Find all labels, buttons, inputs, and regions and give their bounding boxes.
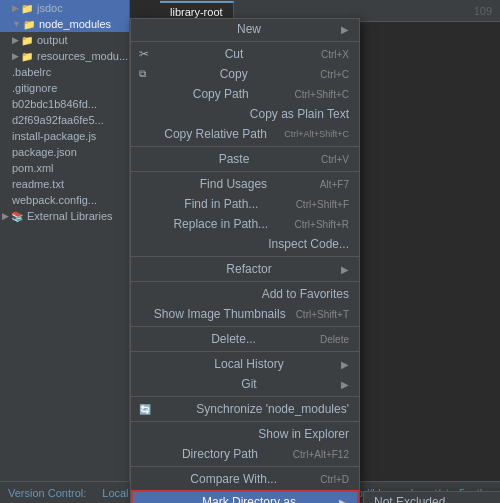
sidebar-item-label: .babelrc (12, 66, 51, 78)
menu-item-label: Compare With... (190, 472, 277, 486)
menu-item-copy[interactable]: ⧉ Copy Ctrl+C (131, 64, 359, 84)
submenu-arrow-icon: ▶ (339, 497, 347, 504)
menu-item-replace-in-path[interactable]: Replace in Path... Ctrl+Shift+R (131, 214, 359, 234)
sidebar-item-package-json[interactable]: package.json (0, 144, 129, 160)
menu-item-paste[interactable]: Paste Ctrl+V (131, 149, 359, 169)
sidebar-item-label: b02bdc1b846fd... (12, 98, 97, 110)
shortcut-label: Ctrl+C (320, 69, 349, 80)
menu-separator (131, 396, 359, 397)
shortcut-label: Ctrl+Shift+C (295, 89, 349, 100)
menu-item-label: Replace in Path... (173, 217, 268, 231)
menu-item-copy-path[interactable]: Copy Path Ctrl+Shift+C (131, 84, 359, 104)
sidebar-item-d2f69[interactable]: d2f69a92faa6fe5... (0, 112, 129, 128)
submenu-item-label: Not Excluded (374, 495, 445, 503)
menu-separator (131, 41, 359, 42)
menu-item-label: Add to Favorites (262, 287, 349, 301)
menu-item-find-usages[interactable]: Find Usages Alt+F7 (131, 174, 359, 194)
menu-item-label: Mark Directory as (202, 495, 296, 503)
menu-item-label: Delete... (211, 332, 256, 346)
context-menu: New ▶ ✂ Cut Ctrl+X ⧉ Copy Ctrl+C Copy Pa… (130, 18, 360, 503)
menu-item-inspect-code[interactable]: Inspect Code... (131, 234, 359, 254)
sidebar-item-label: resources_modu... (37, 50, 128, 62)
sidebar-item-pom-xml[interactable]: pom.xml (0, 160, 129, 176)
shortcut-label: Ctrl+Alt+F12 (293, 449, 349, 460)
shortcut-label: Ctrl+Alt+Shift+C (284, 129, 349, 139)
tab-line-number: 109 (474, 5, 492, 17)
sidebar-item-external-libraries[interactable]: ▶ 📚 External Libraries (0, 208, 129, 224)
folder-icon: 📁 (23, 19, 35, 30)
menu-separator (131, 466, 359, 467)
menu-item-show-thumbnails[interactable]: Show Image Thumbnails Ctrl+Shift+T (131, 304, 359, 324)
sidebar-item-label: .gitignore (12, 82, 57, 94)
sidebar-item-b02bdc[interactable]: b02bdc1b846fd... (0, 96, 129, 112)
arrow-icon: ▶ (2, 211, 9, 221)
menu-item-label: Inspect Code... (268, 237, 349, 251)
menu-item-label: Paste (219, 152, 250, 166)
arrow-icon: ▶ (12, 51, 19, 61)
shortcut-label: Ctrl+X (321, 49, 349, 60)
menu-item-label: Copy Relative Path (164, 127, 267, 141)
menu-item-compare-with[interactable]: Compare With... Ctrl+D (131, 469, 359, 489)
menu-separator (131, 256, 359, 257)
sidebar-item-output[interactable]: ▶ 📁 output (0, 32, 129, 48)
menu-item-label: Show in Explorer (258, 427, 349, 441)
sidebar-item-gitignore[interactable]: .gitignore (0, 80, 129, 96)
sidebar-item-jsdoc[interactable]: ▶ 📁 jsdoc (0, 0, 129, 16)
menu-item-label: Refactor (226, 262, 271, 276)
menu-item-find-in-path[interactable]: Find in Path... Ctrl+Shift+F (131, 194, 359, 214)
menu-separator (131, 326, 359, 327)
menu-item-show-explorer[interactable]: Show in Explorer (131, 424, 359, 444)
sidebar-item-node-modules[interactable]: ▼ 📁 node_modules (0, 16, 129, 32)
submenu-arrow-icon: ▶ (341, 359, 349, 370)
sidebar-item-resources[interactable]: ▶ 📁 resources_modu... (0, 48, 129, 64)
menu-separator (131, 351, 359, 352)
menu-item-label: Synchronize 'node_modules' (196, 402, 349, 416)
menu-item-mark-directory[interactable]: Mark Directory as ▶ Not Excluded Test So… (133, 492, 357, 503)
folder-icon: 📁 (21, 3, 33, 14)
sidebar-item-label: External Libraries (27, 210, 113, 222)
shortcut-label: Ctrl+V (321, 154, 349, 165)
menu-item-delete[interactable]: Delete... Delete (131, 329, 359, 349)
shortcut-label: Ctrl+Shift+T (296, 309, 349, 320)
shortcut-label: Ctrl+Shift+R (295, 219, 349, 230)
menu-item-cut[interactable]: ✂ Cut Ctrl+X (131, 44, 359, 64)
sidebar-item-webpack[interactable]: webpack.config... (0, 192, 129, 208)
arrow-icon: ▶ (12, 35, 19, 45)
menu-item-label: Copy Path (193, 87, 249, 101)
shortcut-label: Delete (320, 334, 349, 345)
menu-item-copy-plain[interactable]: Copy as Plain Text (131, 104, 359, 124)
menu-item-new[interactable]: New ▶ (131, 19, 359, 39)
menu-item-local-history[interactable]: Local History ▶ (131, 354, 359, 374)
menu-item-label: Directory Path (182, 447, 258, 461)
sidebar-item-babelrc[interactable]: .babelrc (0, 64, 129, 80)
submenu-item-not-excluded[interactable]: Not Excluded (364, 492, 500, 503)
menu-item-label: Copy as Plain Text (250, 107, 349, 121)
cut-icon: ✂ (139, 47, 153, 61)
menu-item-add-favorites[interactable]: Add to Favorites (131, 284, 359, 304)
sidebar-item-label: readme.txt (12, 178, 64, 190)
sidebar-item-install-package[interactable]: install-package.js (0, 128, 129, 144)
folder-icon: 📁 (21, 51, 33, 62)
sidebar-item-label: d2f69a92faa6fe5... (12, 114, 104, 126)
menu-item-directory-path[interactable]: Directory Path Ctrl+Alt+F12 (131, 444, 359, 464)
shortcut-label: Alt+F7 (320, 179, 349, 190)
mark-directory-wrapper: Mark Directory as ▶ Not Excluded Test So… (131, 490, 359, 503)
menu-item-label: Find in Path... (184, 197, 258, 211)
copy-icon: ⧉ (139, 68, 153, 80)
menu-item-copy-relative[interactable]: Copy Relative Path Ctrl+Alt+Shift+C (131, 124, 359, 144)
sync-icon: 🔄 (139, 404, 153, 415)
sidebar-item-readme[interactable]: readme.txt (0, 176, 129, 192)
mark-directory-submenu: Not Excluded Test Sources Root (363, 491, 500, 503)
arrow-icon: ▼ (12, 19, 21, 29)
menu-item-label: Local History (214, 357, 283, 371)
menu-item-synchronize[interactable]: 🔄 Synchronize 'node_modules' (131, 399, 359, 419)
shortcut-label: Ctrl+D (320, 474, 349, 485)
menu-item-refactor[interactable]: Refactor ▶ (131, 259, 359, 279)
submenu-arrow-icon: ▶ (341, 264, 349, 275)
menu-item-git[interactable]: Git ▶ (131, 374, 359, 394)
menu-item-label: Show Image Thumbnails (154, 307, 286, 321)
menu-item-label: Cut (225, 47, 244, 61)
menu-separator (131, 281, 359, 282)
sidebar-item-label: webpack.config... (12, 194, 97, 206)
shortcut-label: Ctrl+Shift+F (296, 199, 349, 210)
